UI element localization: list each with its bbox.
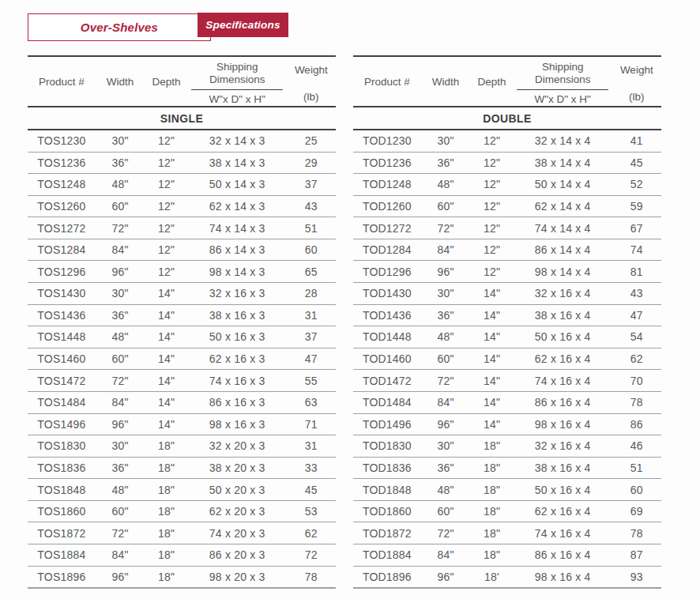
cell-product: TOS1860 <box>28 505 96 518</box>
cell-weight: 63 <box>287 396 336 409</box>
cell-width: 96" <box>96 266 145 278</box>
cell-width: 84" <box>96 548 145 561</box>
cell-weight: 60 <box>287 243 336 256</box>
table-row: TOS147272"14"74 x 16 x 355 <box>28 369 336 391</box>
cell-weight: 69 <box>612 505 661 518</box>
cell-product: TOD1496 <box>353 418 421 431</box>
column-header-shipping-dimensions: Shipping Dimensions W"x D" x H" <box>188 57 287 106</box>
table-row: TOD127272"12"74 x 14 x 467 <box>353 217 661 239</box>
cell-weight: 60 <box>612 484 661 496</box>
cell-shipping: 38 x 20 x 3 <box>188 461 287 474</box>
tab-over-shelves[interactable]: Over-Shelves <box>28 13 211 41</box>
table-row: TOS124848"12"50 x 14 x 337 <box>28 173 336 195</box>
cell-width: 60" <box>96 505 145 518</box>
cell-weight: 93 <box>612 571 661 583</box>
cell-weight: 33 <box>287 461 336 474</box>
cell-weight: 46 <box>612 439 661 452</box>
cell-shipping: 74 x 16 x 4 <box>514 527 612 540</box>
cell-weight: 54 <box>612 330 661 343</box>
cell-shipping: 74 x 14 x 4 <box>514 222 612 235</box>
cell-width: 30" <box>421 439 470 452</box>
table-row: TOD126060"12"62 x 14 x 459 <box>353 195 661 217</box>
cell-shipping: 50 x 14 x 4 <box>514 178 612 190</box>
table-row: TOS187272"18"74 x 20 x 362 <box>28 522 336 544</box>
cell-weight: 86 <box>612 418 661 431</box>
cell-width: 60" <box>96 200 145 213</box>
cell-product: TOD1896 <box>353 571 421 583</box>
cell-product: TOS1260 <box>28 200 96 213</box>
cell-product: TOS1884 <box>28 548 96 561</box>
cell-width: 48" <box>421 484 470 496</box>
cell-width: 30" <box>421 287 470 300</box>
column-header-shipping-dimensions: Shipping Dimensions W"x D" x H" <box>514 57 612 106</box>
cell-shipping: 38 x 16 x 4 <box>514 309 612 322</box>
cell-depth: 14" <box>145 418 188 431</box>
cell-width: 60" <box>96 352 145 365</box>
cell-depth: 12" <box>470 243 514 256</box>
table-body: TOD123030"12"32 x 14 x 441TOD123636"12"3… <box>353 130 661 589</box>
cell-shipping: 32 x 14 x 4 <box>514 134 612 147</box>
table-row: TOD129696"12"98 x 14 x 481 <box>353 260 661 282</box>
table-row: TOS188484"18"86 x 20 x 372 <box>28 544 336 566</box>
column-header-weight: Weight (lb) <box>287 57 336 106</box>
cell-depth: 14" <box>145 287 188 300</box>
column-header-depth: Depth <box>470 57 514 106</box>
cell-depth: 14" <box>145 309 188 322</box>
cell-product: TOD1284 <box>353 243 421 256</box>
cell-depth: 12" <box>145 222 188 235</box>
cell-depth: 18" <box>470 484 514 496</box>
cell-depth: 12" <box>145 134 188 147</box>
cell-weight: 43 <box>287 200 336 213</box>
cell-weight: 52 <box>612 178 661 190</box>
cell-weight: 25 <box>287 134 336 147</box>
cell-weight: 59 <box>612 200 661 213</box>
cell-depth: 12" <box>470 266 514 278</box>
cell-shipping: 74 x 16 x 4 <box>514 375 612 387</box>
cell-width: 72" <box>421 222 470 235</box>
table-row: TOS189696"18"98 x 20 x 378 <box>28 566 336 588</box>
cell-weight: 53 <box>287 505 336 518</box>
cell-shipping: 50 x 16 x 4 <box>514 330 612 343</box>
cell-width: 30" <box>96 134 145 147</box>
weight-label: Weight <box>620 64 653 76</box>
cell-weight: 81 <box>612 266 661 278</box>
cell-width: 36" <box>421 461 470 474</box>
cell-shipping: 32 x 16 x 4 <box>514 287 612 300</box>
cell-product: TOD1448 <box>353 330 421 343</box>
cell-depth: 14" <box>470 287 514 300</box>
cell-shipping: 74 x 16 x 3 <box>188 375 287 387</box>
cell-weight: 70 <box>612 375 661 387</box>
cell-depth: 12" <box>145 156 188 169</box>
cell-weight: 74 <box>612 243 661 256</box>
cell-depth: 14" <box>470 375 514 387</box>
cell-width: 48" <box>96 178 145 190</box>
cell-depth: 12" <box>145 200 188 213</box>
cell-product: TOD1260 <box>353 200 421 213</box>
cell-product: TOD1484 <box>353 396 421 409</box>
cell-product: TOD1430 <box>353 287 421 300</box>
cell-shipping: 62 x 14 x 4 <box>514 200 612 213</box>
cell-weight: 65 <box>287 266 336 278</box>
cell-width: 84" <box>421 396 470 409</box>
cell-width: 36" <box>421 309 470 322</box>
cell-product: TOD1460 <box>353 352 421 365</box>
table-row: TOD188484"18"86 x 16 x 487 <box>353 544 661 566</box>
cell-width: 72" <box>96 222 145 235</box>
section-bar-single: SINGLE <box>28 107 336 130</box>
cell-product: TOD1872 <box>353 527 421 540</box>
cell-weight: 41 <box>612 134 661 147</box>
column-header-weight: Weight (lb) <box>612 57 661 106</box>
cell-depth: 14" <box>145 330 188 343</box>
table-row: TOD128484"12"86 x 14 x 474 <box>353 239 661 261</box>
cell-shipping: 32 x 20 x 3 <box>188 439 287 452</box>
spec-table-double: Product # Width Depth Shipping Dimension… <box>353 55 661 589</box>
tab-specifications[interactable]: Specifications <box>198 13 288 37</box>
section-title: SINGLE <box>160 112 204 125</box>
table-row: TOD189696"18'98 x 16 x 493 <box>353 566 661 588</box>
cell-weight: 51 <box>612 461 661 474</box>
cell-shipping: 98 x 14 x 4 <box>514 266 612 278</box>
table-row: TOD143030"14"32 x 16 x 443 <box>353 282 661 304</box>
cell-depth: 14" <box>470 418 514 431</box>
cell-weight: 78 <box>612 396 661 409</box>
cell-shipping: 86 x 20 x 3 <box>188 548 287 561</box>
